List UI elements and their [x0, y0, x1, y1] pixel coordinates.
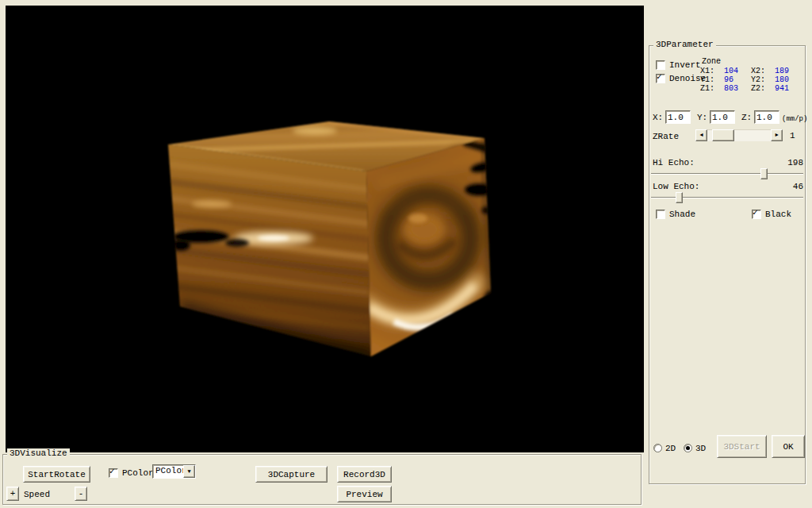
render-viewport[interactable] — [6, 6, 644, 452]
scale-y-input[interactable] — [710, 110, 735, 124]
z1-value: 803 — [724, 84, 738, 94]
parameter-group-title: 3DParameter — [653, 40, 716, 50]
denoise-checkbox[interactable]: ✓ — [656, 74, 665, 83]
preview-button[interactable]: Preview — [337, 486, 392, 502]
hi-echo-slider-thumb[interactable] — [760, 168, 768, 179]
arrow-right-icon: ► — [775, 132, 778, 138]
low-echo-label: Low Echo: — [653, 182, 699, 191]
scale-x-input[interactable] — [665, 110, 691, 124]
mode-2d-label: 2D — [665, 444, 676, 453]
mode-3d-radio[interactable] — [684, 444, 692, 452]
low-echo-slider-track[interactable] — [651, 197, 803, 198]
start3d-button[interactable]: 3DStart — [717, 435, 767, 458]
low-echo-slider-thumb[interactable] — [676, 192, 683, 203]
scale-unit-label: (mm/p) — [782, 114, 807, 124]
zone-title: Zone — [702, 57, 721, 67]
check-icon: ✓ — [657, 72, 662, 82]
volume-render — [6, 6, 644, 452]
pcolor-dropdown[interactable]: PColor ▼ — [152, 464, 196, 479]
z1-label: Z1: — [700, 84, 714, 94]
capture3d-button[interactable]: 3DCapture — [255, 466, 327, 483]
low-echo-value: 46 — [786, 182, 803, 191]
visualize-group-title: 3DVisualize — [7, 448, 70, 459]
z2-value: 941 — [775, 84, 789, 94]
chevron-down-icon: ▼ — [187, 468, 190, 475]
hi-echo-value: 198 — [786, 158, 803, 167]
hi-echo-slider-track[interactable] — [651, 173, 803, 175]
zrate-scroll-right-button[interactable]: ► — [771, 129, 783, 141]
zrate-scroll-thumb[interactable] — [712, 129, 734, 141]
shade-label: Shade — [669, 210, 695, 219]
record3d-button[interactable]: Record3D — [337, 466, 392, 483]
speed-minus-button[interactable]: - — [75, 487, 87, 501]
z2-label: Z2: — [751, 84, 765, 94]
invert-checkbox[interactable] — [656, 60, 665, 70]
invert-label: Invert — [669, 60, 701, 70]
pcolor-checkbox[interactable]: ✓ — [109, 468, 118, 478]
arrow-left-icon: ◄ — [699, 132, 703, 138]
scale-z-label: Z: — [741, 113, 752, 122]
scale-z-input[interactable] — [754, 110, 779, 124]
mode-2d-radio[interactable] — [653, 444, 662, 452]
mode-3d-label: 3D — [695, 444, 706, 453]
scale-x-label: X: — [653, 113, 663, 122]
pcolor-checkbox-label: PColor — [122, 468, 154, 478]
scale-y-label: Y: — [697, 113, 707, 122]
radio-dot — [686, 446, 690, 450]
hi-echo-label: Hi Echo: — [653, 158, 695, 167]
zrate-value: 1 — [790, 131, 795, 140]
shade-checkbox[interactable] — [656, 210, 665, 219]
black-checkbox[interactable]: ✓ — [752, 210, 761, 219]
check-icon: ✓ — [109, 467, 115, 476]
app-window: 3DParameter Invert ✓ Denoise Zone X1: 10… — [0, 0, 812, 508]
speed-plus-button[interactable]: + — [6, 487, 19, 501]
pcolor-dropdown-value: PColor — [155, 466, 187, 475]
check-icon: ✓ — [753, 208, 758, 217]
visualize-group: 3DVisualize StartRotate ✓ PColor PColor … — [2, 454, 642, 505]
speed-label: Speed — [24, 490, 50, 499]
parameter-group: 3DParameter Invert ✓ Denoise Zone X1: 10… — [649, 45, 806, 484]
dropdown-button[interactable]: ▼ — [183, 465, 195, 478]
zrate-scroll-left-button[interactable]: ◄ — [695, 129, 707, 141]
black-label: Black — [765, 210, 791, 219]
ok-button[interactable]: OK — [772, 435, 805, 458]
start-rotate-button[interactable]: StartRotate — [23, 466, 90, 483]
zrate-label: ZRate — [653, 132, 679, 141]
